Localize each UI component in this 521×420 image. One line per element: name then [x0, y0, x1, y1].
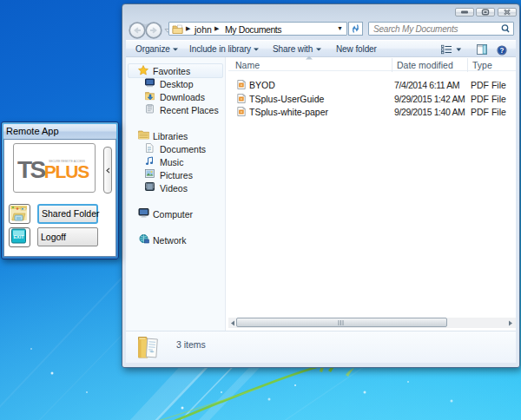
svg-text:EXIT: EXIT: [13, 234, 24, 240]
svg-text:?: ?: [500, 47, 505, 55]
